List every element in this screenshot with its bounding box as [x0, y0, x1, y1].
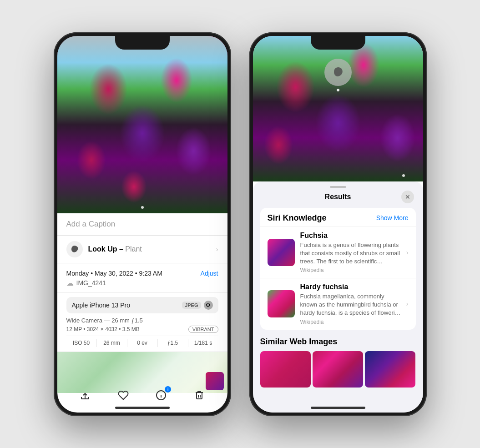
phone-left: Add a Caption Look Up – Plant ›	[54, 32, 231, 416]
camera-model: Apple iPhone 13 Pro	[72, 302, 130, 309]
exif-ev: 0 ev	[127, 339, 158, 347]
favorite-button[interactable]	[115, 387, 131, 403]
exif-focal: 26 mm	[97, 339, 127, 347]
phone2-screen: Results ✕ Siri Knowledge Show More	[253, 36, 423, 413]
hardy-desc: Fuchsia magellanica, commonly known as t…	[300, 292, 401, 317]
fuchsia-thumbnail	[268, 239, 295, 266]
phone-right: Results ✕ Siri Knowledge Show More	[249, 32, 427, 416]
fuchsia-text: Fuchsia Fuchsia is a genus of flowering …	[300, 232, 401, 274]
fuchsia-chevron: ›	[406, 249, 409, 256]
siri-circle	[324, 59, 352, 86]
fuchsia-source: Wikipedia	[300, 267, 401, 273]
hardy-source: Wikipedia	[300, 319, 401, 325]
metadata-section: Monday • May 30, 2022 • 9:23 AM Adjust ☁…	[57, 263, 227, 292]
siri-knowledge-section: Siri Knowledge Show More Fuchsia Fuchsia…	[260, 208, 416, 330]
similar-images-grid	[260, 351, 416, 388]
siri-knowledge-header: Siri Knowledge Show More	[260, 208, 416, 227]
fuchsia-desc: Fuchsia is a genus of flowering plants t…	[300, 241, 401, 266]
close-button[interactable]: ✕	[401, 191, 414, 203]
home-indicator-2	[311, 407, 365, 409]
format-badge: JPEG	[182, 302, 201, 309]
results-header: Results ✕	[253, 191, 423, 208]
leaf-icon	[70, 245, 79, 254]
phone1-screen: Add a Caption Look Up – Plant ›	[57, 36, 227, 413]
flower-photo	[57, 36, 227, 213]
show-more-button[interactable]: Show More	[376, 214, 409, 221]
hardy-chevron: ›	[406, 300, 409, 307]
page-indicator-dot	[141, 206, 144, 209]
lookup-label: Look Up – Plant	[88, 245, 142, 253]
info-badge: i	[165, 386, 171, 393]
camera-mp: 12 MP • 3024 × 4032 • 3.5 MB	[66, 326, 140, 332]
hardy-text: Hardy fuchsia Fuchsia magellanica, commo…	[300, 283, 401, 325]
siri-leaf-icon	[332, 66, 344, 79]
notch-right	[311, 36, 365, 50]
vibrant-badge: VIBRANT	[188, 326, 218, 333]
cloud-icon: ☁	[66, 279, 74, 287]
similar-image-2[interactable]	[313, 351, 363, 388]
photo-date: Monday • May 30, 2022 • 9:23 AM	[66, 270, 162, 277]
camera-badges: JPEG ⚙	[182, 301, 212, 310]
info-button[interactable]: i	[153, 387, 169, 403]
hardy-thumbnail	[268, 290, 295, 317]
camera-model-row: Apple iPhone 13 Pro JPEG ⚙	[66, 297, 218, 313]
photo-display[interactable]	[57, 36, 227, 213]
share-button[interactable]	[77, 387, 93, 403]
similar-images-section: Similar Web Images	[260, 337, 416, 388]
camera-lens: Wide Camera — 26 mm ƒ1.5	[66, 317, 218, 324]
caption-placeholder[interactable]: Add a Caption	[66, 220, 116, 228]
results-panel: Results ✕ Siri Knowledge Show More	[253, 181, 423, 413]
lookup-chevron: ›	[216, 246, 218, 253]
similar-image-1[interactable]	[260, 351, 311, 388]
adjust-button[interactable]: Adjust	[201, 270, 218, 277]
photo-display-2	[253, 36, 423, 181]
similar-images-title: Similar Web Images	[260, 337, 416, 347]
results-body[interactable]: Siri Knowledge Show More Fuchsia Fuchsia…	[253, 208, 423, 413]
exif-row: ISO 50 26 mm 0 ev ƒ1.5 1/181 s	[66, 336, 218, 347]
results-title: Results	[275, 193, 401, 201]
exif-aperture: ƒ1.5	[158, 339, 188, 347]
filename: IMG_4241	[76, 279, 106, 287]
home-indicator	[115, 407, 170, 409]
knowledge-item-hardy[interactable]: Hardy fuchsia Fuchsia magellanica, commo…	[260, 278, 416, 330]
bottom-toolbar: i	[57, 387, 227, 403]
svg-rect-4	[197, 393, 202, 399]
camera-section: Apple iPhone 13 Pro JPEG ⚙ Wide Camera —…	[57, 292, 227, 352]
flower-photo-2	[253, 36, 423, 181]
caption-area[interactable]: Add a Caption	[57, 213, 227, 236]
lookup-row[interactable]: Look Up – Plant ›	[57, 236, 227, 263]
lookup-icon-wrap	[66, 241, 83, 257]
exif-shutter: 1/181 s	[188, 339, 218, 347]
similar-image-3[interactable]	[365, 351, 415, 388]
fuchsia-name: Fuchsia	[300, 232, 401, 240]
siri-knowledge-title: Siri Knowledge	[268, 213, 327, 223]
knowledge-item-fuchsia[interactable]: Fuchsia Fuchsia is a genus of flowering …	[260, 227, 416, 278]
delete-button[interactable]	[191, 387, 207, 403]
siri-dot	[337, 89, 339, 91]
drag-handle[interactable]	[330, 186, 346, 188]
page-indicator-dot-2	[402, 174, 405, 177]
hardy-name: Hardy fuchsia	[300, 283, 401, 291]
exif-iso: ISO 50	[66, 339, 97, 347]
notch-left	[115, 36, 170, 50]
gear-icon: ⚙	[204, 301, 213, 310]
